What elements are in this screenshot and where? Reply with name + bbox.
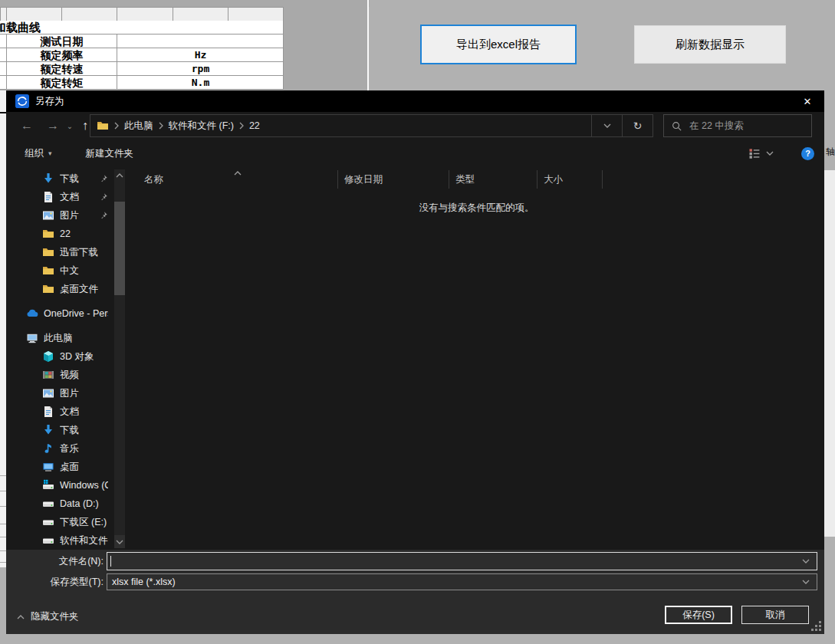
sidebar-item[interactable]: 音乐 (6, 439, 114, 458)
new-folder-button[interactable]: 新建文件夹 (86, 147, 134, 160)
spreadsheet-row-value: Hz (117, 48, 284, 62)
sidebar-item[interactable]: 视频 (6, 366, 114, 384)
chevron-up-icon (234, 171, 242, 176)
scroll-down-button[interactable] (114, 535, 125, 548)
filename-input[interactable] (107, 556, 817, 567)
computer-icon (26, 332, 38, 344)
save-button[interactable]: 保存(S) (665, 606, 732, 624)
forward-button[interactable]: → (43, 112, 63, 140)
spreadsheet-row: 额定频率Hz (0, 48, 283, 62)
picture-icon (42, 387, 54, 399)
sidebar-item[interactable]: 文档 (6, 402, 114, 421)
sidebar-item[interactable]: 此电脑 (6, 329, 114, 347)
breadcrumb-item[interactable]: 22 (249, 120, 260, 131)
refresh-data-button[interactable]: 刷新数据显示 (634, 25, 786, 64)
chevron-up-icon (116, 173, 123, 178)
spreadsheet-row: 额定转矩N.m (0, 76, 283, 90)
sidebar-item[interactable]: 软件和文件 (F:) (6, 531, 114, 550)
address-dropdown-button[interactable] (591, 115, 622, 136)
download-icon (42, 424, 54, 436)
cancel-button[interactable]: 取消 (741, 606, 809, 624)
column-header-name[interactable]: 名称 (138, 170, 337, 189)
savetype-label: 保存类型(T): (6, 576, 104, 589)
column-header-size[interactable]: 大小 (537, 170, 602, 189)
video-icon (42, 369, 54, 381)
sidebar-item[interactable]: OneDrive - Perso (6, 304, 114, 323)
sidebar-item[interactable]: 桌面文件 (6, 280, 114, 298)
chevron-down-icon (116, 540, 123, 544)
dialog-titlebar: 另存为 ✕ (6, 90, 824, 112)
organize-button[interactable]: 组织 ▾ (25, 147, 52, 160)
sidebar-item[interactable]: 文档 (6, 188, 114, 206)
app-icon (15, 94, 29, 108)
savetype-value: xlsx file (*.xlsx) (107, 577, 176, 587)
pin-icon (99, 174, 108, 183)
sidebar-item-label: 下载 (60, 172, 79, 186)
hide-folders-button[interactable]: 隐藏文件夹 (17, 610, 79, 623)
address-bar[interactable]: 此电脑软件和文件 (F:)22 ↻ (90, 114, 653, 137)
sidebar-item[interactable]: Windows (C:) (6, 476, 114, 495)
axis-label: 轴 (826, 146, 835, 159)
navigation-pane: 下载文档图片22迅雷下载中文桌面文件OneDrive - Perso此电脑3D … (6, 167, 129, 550)
sidebar-item[interactable]: 图片 (6, 384, 114, 402)
refresh-button[interactable]: ↻ (622, 115, 653, 136)
sidebar-item[interactable]: 迅雷下载 (6, 243, 114, 261)
scrollbar-thumb[interactable] (114, 202, 125, 295)
view-mode-button[interactable] (748, 147, 774, 159)
dialog-title: 另存为 (35, 95, 64, 108)
spreadsheet-row-label: 额定频率 (7, 48, 117, 62)
sidebar-item-label: 3D 对象 (60, 350, 94, 363)
sidebar-item[interactable]: 3D 对象 (6, 347, 114, 366)
empty-folder-message: 没有与搜索条件匹配的项。 (129, 202, 824, 215)
search-box[interactable] (663, 114, 812, 137)
sidebar-item[interactable]: Data (D:) (6, 495, 114, 513)
spreadsheet-cell (61, 7, 117, 21)
sidebar-item[interactable]: 中文 (6, 261, 114, 280)
column-header-type[interactable]: 类型 (449, 170, 537, 189)
chevron-right-icon (114, 122, 119, 130)
spreadsheet-fragment: 加载曲线 测试日期额定频率Hz额定转速rpm额定转矩N.m (0, 7, 284, 90)
sidebar-item[interactable]: 图片 (6, 206, 114, 225)
column-header-blank[interactable] (602, 170, 636, 189)
sidebar-item[interactable]: 下载区 (E:) (6, 513, 114, 531)
folder-icon (42, 228, 54, 240)
back-button[interactable]: ← (17, 112, 37, 140)
breadcrumb-item[interactable]: 软件和文件 (F:) (169, 120, 234, 133)
spreadsheet-row-value: N.m (117, 76, 284, 90)
sidebar-item-label: 中文 (60, 264, 79, 278)
sidebar-item[interactable]: 下载 (6, 169, 114, 188)
sidebar-item-label: 文档 (60, 191, 79, 204)
dialog-bottom-panel: 文件名(N): 保存类型(T): xlsx file (*.xlsx) 隐藏文件… (6, 550, 824, 634)
sidebar-item-label: 下载区 (E:) (60, 516, 107, 529)
recent-locations-chevron-icon[interactable]: ⌄ (64, 112, 75, 140)
help-button[interactable]: ? (801, 147, 814, 160)
close-icon[interactable]: ✕ (791, 90, 824, 112)
sidebar-item-label: 视频 (60, 369, 79, 382)
savetype-select[interactable]: xlsx file (*.xlsx) (107, 573, 817, 590)
spreadsheet-header-row (0, 7, 283, 21)
search-icon (671, 120, 682, 132)
column-header-date-modified[interactable]: 修改日期 (337, 170, 449, 189)
sidebar-item[interactable]: 22 (6, 225, 114, 243)
folder-icon (42, 283, 54, 295)
spreadsheet-title: 加载曲线 (0, 21, 283, 34)
navigation-bar: ← → ⌄ ↑ 此电脑软件和文件 (F:)22 ↻ (6, 112, 824, 140)
resize-grip[interactable] (811, 621, 821, 631)
sidebar-item-label: 此电脑 (44, 332, 73, 345)
column-header-label: 类型 (455, 173, 475, 186)
filename-combo[interactable] (107, 552, 817, 570)
scroll-up-button[interactable] (114, 169, 125, 181)
column-header-label: 大小 (544, 173, 563, 186)
desktop-icon (42, 461, 54, 473)
windows-drive-icon (42, 479, 54, 491)
search-input[interactable] (689, 120, 804, 131)
sidebar-item[interactable]: 桌面 (6, 458, 114, 476)
sidebar-item-label: 音乐 (60, 442, 79, 455)
save-as-dialog: 另存为 ✕ ← → ⌄ ↑ 此电脑软件和文件 (F:)22 ↻ 组织 ▾ 新建文… (6, 90, 824, 634)
sidebar-scrollbar[interactable] (114, 169, 125, 548)
sidebar-item[interactable]: 下载 (6, 421, 114, 439)
sidebar-item-label: 下载 (60, 424, 79, 437)
export-to-excel-button[interactable]: 导出到excel报告 (420, 25, 577, 64)
breadcrumb-item[interactable]: 此电脑 (124, 120, 153, 133)
hide-folders-label: 隐藏文件夹 (31, 610, 79, 623)
